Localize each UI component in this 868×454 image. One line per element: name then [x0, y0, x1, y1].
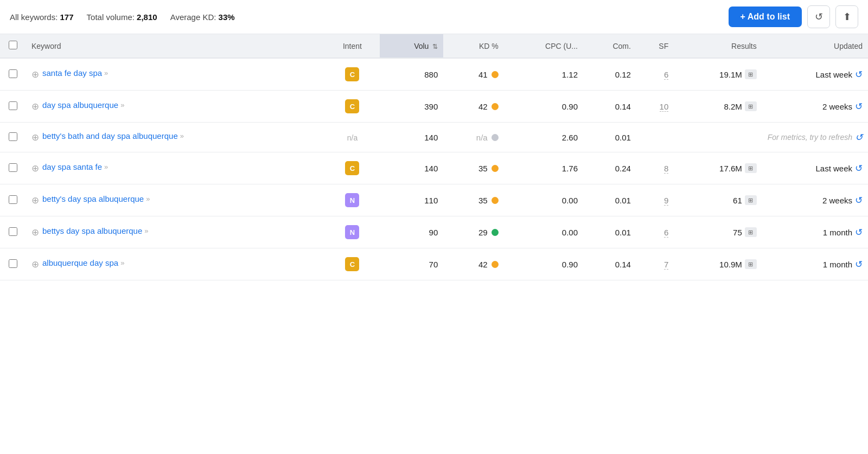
add-to-list-button[interactable]: + Add to list — [729, 7, 802, 27]
com-cell: 0.24 — [583, 152, 636, 184]
refresh-icon[interactable]: ↺ — [855, 163, 863, 174]
kd-cell: 42 — [443, 91, 503, 123]
table-body: ⊕ santa fe day spa » C880411.120.126 19.… — [0, 58, 868, 280]
intent-cell: C — [325, 58, 380, 91]
row-checkbox-5[interactable] — [9, 227, 17, 236]
row-checkbox-3[interactable] — [9, 163, 17, 172]
avg-kd-label: Average KD: — [170, 12, 216, 22]
total-volume-label: Total volume: — [87, 12, 135, 22]
updated-value: 2 weeks — [822, 102, 852, 111]
add-keyword-icon[interactable]: ⊕ — [31, 227, 39, 238]
keyword-link[interactable]: albuquerque day spa — [42, 258, 118, 267]
refresh-metrics-icon[interactable]: ↺ — [855, 132, 863, 143]
keyword-link[interactable]: santa fe day spa — [42, 68, 102, 78]
volume-cell: 140 — [380, 152, 443, 184]
refresh-icon[interactable]: ↺ — [855, 195, 863, 206]
kd-value: n/a — [476, 133, 488, 142]
results-content: 75 ⊞ — [679, 227, 757, 237]
cpc-header: CPC (U... — [504, 34, 583, 58]
table-row: ⊕ santa fe day spa » C880411.120.126 19.… — [0, 58, 868, 91]
row-checkbox-6[interactable] — [9, 259, 17, 268]
refresh-metrics-message: For metrics, try to refresh ↺ — [679, 132, 863, 143]
add-keyword-icon[interactable]: ⊕ — [31, 195, 39, 206]
keyword-link[interactable]: day spa santa fe — [42, 162, 102, 171]
com-cell: 0.12 — [583, 58, 636, 91]
cpc-cell: 2.60 — [504, 123, 583, 152]
results-cell: 19.1M ⊞ — [674, 58, 762, 91]
volume-header[interactable]: Volu ⇅ — [380, 34, 443, 58]
keyword-cell: ⊕ day spa santa fe » — [26, 152, 325, 184]
updated-value: 1 month — [823, 260, 852, 269]
table-header: Keyword Intent Volu ⇅ KD % CPC (U... Com… — [0, 34, 868, 58]
keywords-table: Keyword Intent Volu ⇅ KD % CPC (U... Com… — [0, 34, 868, 280]
kd-value: 42 — [478, 260, 488, 269]
serp-icon[interactable]: ⊞ — [745, 101, 757, 111]
refresh-button[interactable]: ↺ — [807, 5, 830, 28]
serp-icon[interactable]: ⊞ — [745, 69, 757, 79]
updated-value: Last week — [815, 70, 852, 79]
kd-header: KD % — [443, 34, 503, 58]
intent-cell: n/a — [325, 123, 380, 152]
refresh-icon[interactable]: ↺ — [855, 101, 863, 112]
refresh-icon[interactable]: ↺ — [855, 259, 863, 270]
results-content: 61 ⊞ — [679, 195, 757, 205]
refresh-icon[interactable]: ↺ — [855, 227, 863, 238]
keyword-cell: ⊕ day spa albuquerque » — [26, 91, 325, 123]
intent-cell: N — [325, 216, 380, 248]
refresh-icon[interactable]: ↺ — [855, 69, 863, 80]
kd-dot — [492, 103, 499, 110]
keywords-table-wrapper: Keyword Intent Volu ⇅ KD % CPC (U... Com… — [0, 34, 868, 280]
sf-value: 9 — [664, 196, 668, 206]
table-row: ⊕ day spa albuquerque » C390420.900.1410… — [0, 91, 868, 123]
keyword-link[interactable]: bettys day spa albuquerque — [42, 226, 142, 235]
results-cell: For metrics, try to refresh ↺ — [674, 123, 868, 152]
results-content: 19.1M ⊞ — [679, 69, 757, 79]
keyword-link[interactable]: betty's day spa albuquerque — [42, 194, 144, 203]
add-keyword-icon[interactable]: ⊕ — [31, 69, 39, 80]
row-checkbox-2[interactable] — [9, 132, 17, 141]
results-value: 17.6M — [719, 164, 742, 173]
serp-icon[interactable]: ⊞ — [745, 259, 757, 269]
add-keyword-icon[interactable]: ⊕ — [31, 132, 39, 143]
keyword-cell: ⊕ albuquerque day spa » — [26, 248, 325, 280]
keyword-arrow-icon: » — [144, 227, 148, 235]
keyword-link[interactable]: day spa albuquerque — [42, 100, 118, 110]
volume-cell: 880 — [380, 58, 443, 91]
keyword-cell: ⊕ betty's day spa albuquerque » — [26, 184, 325, 216]
kd-dot — [492, 229, 499, 236]
row-checkbox-cell — [0, 123, 26, 152]
results-content: 17.6M ⊞ — [679, 163, 757, 173]
avg-kd-stat: Average KD: 33% — [170, 12, 235, 22]
select-all-checkbox[interactable] — [9, 41, 17, 49]
updated-value: 2 weeks — [822, 196, 852, 205]
kd-cell: n/a — [443, 123, 503, 152]
intent-badge: C — [345, 161, 359, 175]
kd-value: 41 — [478, 70, 488, 79]
results-content: 8.2M ⊞ — [679, 101, 757, 111]
serp-icon[interactable]: ⊞ — [745, 163, 757, 173]
cpc-cell: 1.12 — [504, 58, 583, 91]
serp-icon[interactable]: ⊞ — [745, 227, 757, 237]
add-keyword-icon[interactable]: ⊕ — [31, 259, 39, 270]
updated-cell: Last week ↺ — [762, 58, 868, 91]
add-keyword-icon[interactable]: ⊕ — [31, 101, 39, 112]
export-button[interactable]: ⬆ — [835, 5, 858, 28]
results-content: 10.9M ⊞ — [679, 259, 757, 269]
volume-cell: 390 — [380, 91, 443, 123]
updated-content: Last week ↺ — [768, 163, 863, 174]
keyword-link[interactable]: betty's bath and day spa albuquerque — [42, 131, 178, 140]
row-checkbox-1[interactable] — [9, 101, 17, 110]
keyword-arrow-icon: » — [104, 69, 108, 77]
serp-icon[interactable]: ⊞ — [745, 195, 757, 205]
row-checkbox-4[interactable] — [9, 195, 17, 204]
keyword-arrow-icon: » — [180, 132, 184, 140]
keyword-arrow-icon: » — [120, 259, 124, 267]
row-checkbox-0[interactable] — [9, 69, 17, 78]
refresh-metrics-text: For metrics, try to refresh — [768, 133, 852, 142]
table-row: ⊕ betty's bath and day spa albuquerque »… — [0, 123, 868, 152]
volume-cell: 140 — [380, 123, 443, 152]
updated-content: 1 month ↺ — [768, 227, 863, 238]
updated-content: 1 month ↺ — [768, 259, 863, 270]
row-checkbox-cell — [0, 216, 26, 248]
add-keyword-icon[interactable]: ⊕ — [31, 163, 39, 174]
